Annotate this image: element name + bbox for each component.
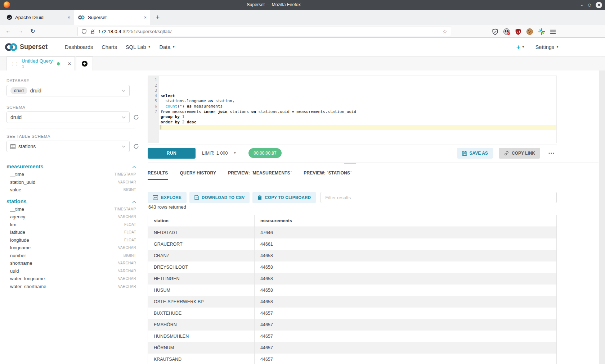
tracking-shield-icon[interactable] [81, 29, 87, 35]
extension-shield-icon[interactable] [492, 28, 498, 35]
code-line[interactable]: order by 2 desc [159, 120, 556, 125]
copy-clipboard-button[interactable]: COPY TO CLIPBOARD [252, 192, 316, 203]
tab-results[interactable]: RESULTS [148, 165, 168, 180]
column-name: water_shortname [10, 284, 46, 289]
tab-close-icon[interactable]: × [144, 15, 147, 20]
table-grid-icon [10, 144, 15, 149]
column-type: VARCHAR [118, 285, 136, 288]
back-icon[interactable]: ← [4, 28, 12, 34]
column-name: __time [10, 172, 24, 177]
table-cell: 47646 [255, 227, 557, 239]
privacy-mask-icon[interactable] [503, 28, 510, 35]
nav-item-charts[interactable]: Charts [102, 44, 117, 50]
divider [6, 158, 135, 158]
table-cell: 44657 [255, 308, 557, 319]
collapse-chevron-icon[interactable] [132, 198, 136, 205]
column-type: BIGINT [124, 254, 136, 258]
table-cell: 44657 [255, 354, 557, 364]
column-row: kmFLOAT [6, 221, 136, 229]
chevron-down-icon [122, 90, 126, 92]
query-tab-strip: ⋮⋮ Untitled Query 1 × + [0, 56, 605, 70]
settings-menu[interactable]: Settings▼ [535, 44, 559, 50]
nav-item-data[interactable]: Data▼ [160, 44, 175, 50]
code-line[interactable]: select [159, 94, 556, 99]
brand-title[interactable]: Superset [20, 43, 48, 51]
refresh-table-icon[interactable] [133, 143, 139, 150]
ublock-shield-icon[interactable] [515, 28, 521, 35]
nav-item-sql-lab[interactable]: SQL Lab▼ [126, 44, 151, 50]
column-type: VARCHAR [118, 215, 136, 219]
table-cell: HUSUM [148, 285, 255, 296]
nav-item-dashboards[interactable]: Dashboards [65, 44, 93, 50]
schema-table-name[interactable]: measurements [6, 164, 43, 169]
code-line[interactable] [159, 125, 556, 130]
scrollbar-track[interactable] [599, 70, 605, 364]
schema-table-name[interactable]: stations [6, 199, 27, 204]
column-row: water_longnameVARCHAR [6, 275, 136, 283]
menu-hamburger-icon[interactable] [550, 29, 556, 35]
browser-tab-superset[interactable]: Superset × [74, 10, 150, 25]
collapse-chevron-icon[interactable] [132, 163, 136, 170]
colorful-extension-icon[interactable] [538, 28, 545, 35]
results-column-header[interactable]: station [148, 215, 255, 227]
tab-preview-measurements[interactable]: PREVIEW: `MEASUREMENTS` [228, 165, 292, 180]
limit-dropdown[interactable]: LIMIT: 1 000 ▼ [202, 151, 236, 156]
editor-code[interactable]: select stations.longname as station, cou… [159, 76, 556, 143]
column-type: TIMESTAMP [115, 207, 136, 211]
browser-tab-apache-druid[interactable]: Apache Druid × [3, 10, 74, 25]
url-text[interactable]: 172.18.0.4:32251/superset/sqllab/ [98, 29, 439, 34]
tab-close-icon[interactable]: × [67, 15, 70, 20]
download-csv-button[interactable]: DOWNLOAD TO CSV [189, 192, 250, 203]
table-row: KRAUTSAND44657 [148, 354, 557, 364]
table-select[interactable]: stations [6, 141, 130, 152]
save-as-button[interactable]: SAVE AS [457, 148, 493, 159]
code-line[interactable]: group by 1 [159, 114, 556, 120]
code-line[interactable]: from measurements inner join stations on… [159, 109, 556, 115]
add-query-tab-button[interactable]: + [76, 56, 93, 70]
query-tab-untitled-query-1[interactable]: ⋮⋮ Untitled Query 1 × [6, 56, 75, 70]
schema-select[interactable]: druid [6, 112, 130, 123]
query-tab-close-icon[interactable]: × [68, 61, 71, 67]
column-row: longitudeFLOAT [6, 236, 136, 244]
forward-icon[interactable]: → [17, 28, 24, 34]
explore-button[interactable]: EXPLORE [148, 192, 187, 203]
chevron-down-icon: ▼ [556, 45, 559, 49]
floppy-save-icon [462, 151, 467, 156]
new-tab-button[interactable]: + [152, 10, 163, 25]
window-maximize-icon[interactable]: ◇ [588, 2, 591, 8]
table-row: DREYSCHLOOT44658 [148, 261, 557, 273]
superset-navbar: Superset Dashboards Charts SQL Lab▼ Data… [0, 38, 605, 56]
window-close-icon[interactable]: × [596, 2, 602, 8]
sql-editor[interactable]: 1234567 select stations.longname as stat… [148, 76, 557, 143]
divider [6, 128, 135, 128]
results-column-header[interactable]: measurements [255, 215, 557, 227]
table-row: NEUSTADT47646 [148, 227, 557, 239]
drag-handle-icon[interactable]: ⋮⋮ [10, 61, 18, 67]
panel-resize-handle[interactable] [344, 161, 356, 164]
copy-link-button[interactable]: COPY LINK [499, 148, 540, 159]
more-options-icon[interactable]: ⋯ [546, 149, 557, 157]
column-row: water_shortnameVARCHAR [6, 283, 136, 291]
tab-preview-stations[interactable]: PREVIEW: `STATIONS` [304, 165, 351, 180]
schema-table-header[interactable]: stations [6, 197, 136, 205]
column-type: VARCHAR [118, 246, 136, 250]
refresh-schema-icon[interactable] [133, 114, 139, 120]
cookie-icon[interactable] [526, 28, 533, 35]
tab-query-history[interactable]: QUERY HISTORY [180, 165, 216, 180]
code-line[interactable]: stations.longname as station, [159, 99, 556, 104]
window-shade-icon[interactable]: ⌄ [580, 3, 583, 7]
database-select[interactable]: druid druid [6, 85, 130, 96]
table-cell: NEUSTADT [148, 227, 255, 239]
insecure-lock-icon[interactable] [90, 29, 95, 35]
run-button[interactable]: RUN [148, 148, 196, 159]
table-cell: GRAUERORT [148, 238, 255, 250]
url-bar[interactable]: 172.18.0.4:32251/superset/sqllab/ ☆ [77, 27, 451, 36]
schema-table-header[interactable]: measurements [6, 163, 136, 170]
bookmark-star-icon[interactable]: ☆ [443, 28, 447, 35]
new-button[interactable]: +▼ [516, 43, 525, 51]
code-line[interactable]: count(*) as measurements [159, 104, 556, 109]
filter-results-input[interactable] [321, 192, 557, 203]
results-actions: EXPLORE DOWNLOAD TO CSV COPY TO CLIPBOAR… [148, 192, 557, 203]
table-cell: KRAUTSAND [148, 354, 255, 364]
reload-icon[interactable]: ↻ [29, 28, 37, 35]
